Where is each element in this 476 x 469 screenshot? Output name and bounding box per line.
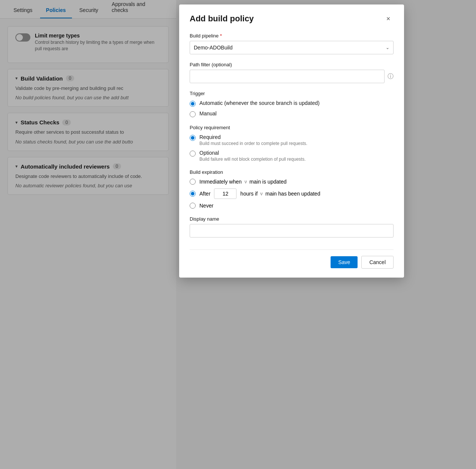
expiration-immediately-text: Immediately when ⑂ main is updated	[199, 179, 286, 185]
policy-optional-label: Optional	[199, 150, 305, 156]
build-expiration-group: Build expiration Immediately when ⑂ main…	[190, 169, 394, 209]
expiration-after-radio[interactable]	[190, 191, 196, 197]
trigger-label: Trigger	[190, 91, 394, 96]
trigger-manual-option[interactable]: Manual	[190, 111, 394, 117]
trigger-auto-radio[interactable]	[190, 101, 196, 107]
build-pipeline-group: Build pipeline * Demo-ADOBuild ⌄	[190, 33, 394, 54]
policy-req-label: Policy requirement	[190, 125, 394, 130]
trigger-auto-option[interactable]: Automatic (whenever the source branch is…	[190, 100, 394, 107]
required-marker: *	[220, 33, 222, 39]
display-name-group: Display name	[190, 216, 394, 237]
dialog-footer: Save Cancel	[190, 249, 394, 269]
hours-input[interactable]	[214, 188, 237, 199]
trigger-auto-label: Automatic (whenever the source branch is…	[199, 100, 320, 106]
branch-icon-1: ⑂	[244, 179, 247, 185]
expiration-never-radio[interactable]	[190, 203, 196, 209]
path-filter-label: Path filter (optional)	[190, 62, 394, 67]
build-expiration-label: Build expiration	[190, 169, 394, 175]
close-button[interactable]: ×	[383, 13, 394, 24]
trigger-group: Trigger Automatic (whenever the source b…	[190, 91, 394, 117]
display-name-label: Display name	[190, 216, 394, 222]
trigger-manual-text: Manual	[199, 111, 217, 117]
policy-required-label: Required	[199, 134, 307, 140]
policy-required-radio[interactable]	[190, 135, 196, 141]
branch-icon-2: ⑂	[260, 191, 263, 197]
path-filter-row: ⓘ	[190, 70, 394, 83]
build-pipeline-select[interactable]: Demo-ADOBuild ⌄	[190, 41, 394, 54]
policy-required-sub: Build must succeed in order to complete …	[199, 141, 307, 146]
expiration-after-text: After hours if ⑂ main has been updated	[199, 188, 320, 199]
expiration-immediately-row: Immediately when ⑂ main is updated	[190, 179, 394, 185]
pipeline-value: Demo-ADOBuild	[194, 45, 232, 51]
policy-optional-option[interactable]: Optional Build failure will not block co…	[190, 150, 394, 162]
policy-optional-sub: Build failure will not block completion …	[199, 157, 305, 162]
policy-optional-radio[interactable]	[190, 151, 196, 157]
dialog-header: Add build policy ×	[190, 13, 394, 24]
display-name-input[interactable]	[190, 224, 394, 237]
trigger-manual-radio[interactable]	[190, 111, 196, 117]
trigger-manual-label: Manual	[199, 111, 217, 117]
policy-req-group: Policy requirement Required Build must s…	[190, 125, 394, 162]
expiration-immediately-radio[interactable]	[190, 179, 196, 185]
path-filter-group: Path filter (optional) ⓘ	[190, 62, 394, 83]
chevron-down-icon: ⌄	[386, 45, 389, 50]
trigger-auto-text: Automatic (whenever the source branch is…	[199, 100, 320, 106]
save-button[interactable]: Save	[331, 256, 358, 268]
expiration-after-row: After hours if ⑂ main has been updated	[190, 188, 394, 199]
policy-optional-text: Optional Build failure will not block co…	[199, 150, 305, 162]
build-pipeline-label: Build pipeline *	[190, 33, 394, 39]
add-build-policy-dialog: Add build policy × Build pipeline * Demo…	[179, 4, 404, 278]
expiration-never-label: Never	[199, 203, 213, 209]
policy-required-text: Required Build must succeed in order to …	[199, 134, 307, 146]
path-filter-input[interactable]	[190, 70, 385, 83]
info-icon[interactable]: ⓘ	[388, 73, 394, 81]
dialog-title: Add build policy	[190, 14, 254, 24]
expiration-never-row: Never	[190, 203, 394, 209]
cancel-button[interactable]: Cancel	[361, 256, 394, 269]
policy-required-option[interactable]: Required Build must succeed in order to …	[190, 134, 394, 146]
